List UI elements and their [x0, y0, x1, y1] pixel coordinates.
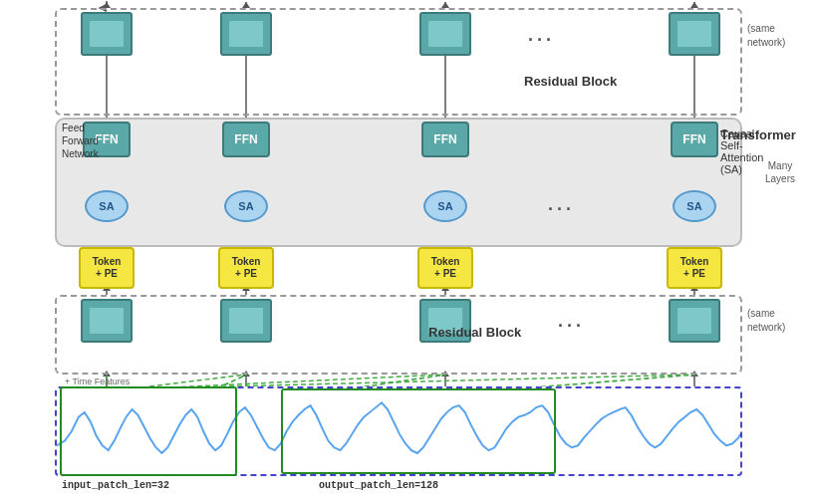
bottom-block-2 — [220, 299, 272, 343]
ffn-3: FFN — [421, 122, 469, 157]
ffn-4: FFN — [671, 122, 718, 157]
token-1: Token+ PE — [79, 247, 135, 289]
same-network-bottom: (samenetwork) — [747, 307, 785, 335]
bottom-block-4-inner — [677, 307, 712, 335]
time-features-label: + Time Features — [65, 377, 130, 386]
bottom-block-1 — [81, 299, 133, 343]
sa-2: SA — [224, 190, 268, 222]
top-block-2-inner — [228, 20, 264, 48]
output-patch-len-label: output_patch_len=128 — [319, 480, 438, 491]
bottom-block-1-inner — [89, 307, 125, 335]
sa-4: SA — [673, 190, 716, 222]
top-block-4 — [669, 12, 720, 56]
sa-1: SA — [85, 190, 129, 222]
ffn-2: FFN — [222, 122, 270, 157]
bottom-residual-box — [55, 295, 742, 375]
feed-forward-label: FeedForwardNetwork — [62, 122, 122, 160]
chart-area — [55, 386, 742, 476]
svg-line-63 — [149, 375, 246, 386]
dots-transformer: ... — [548, 194, 575, 215]
top-residual-box — [55, 8, 742, 116]
bottom-block-2-inner — [228, 307, 264, 335]
top-block-3-inner — [427, 20, 463, 48]
same-network-top: (same network) — [747, 22, 813, 50]
top-block-3 — [419, 12, 471, 56]
token-4: Token+ PE — [667, 247, 722, 289]
token-3: Token+ PE — [417, 247, 473, 289]
bottom-block-4 — [669, 299, 720, 343]
top-block-4-inner — [677, 20, 712, 48]
transformer-box: Transformer Causal Self-Attention (SA) M… — [55, 118, 742, 247]
token-2: Token+ PE — [218, 247, 274, 289]
residual-block-bottom-label: Residual Block — [428, 325, 521, 340]
diagram-container: Residual Block (same network) ... Transf… — [0, 0, 813, 504]
residual-block-top-label: Residual Block — [524, 74, 617, 89]
many-layers-label: ManyLayers — [765, 159, 795, 185]
sa-3: SA — [423, 190, 467, 222]
top-block-2 — [220, 12, 272, 56]
top-block-1-inner — [89, 20, 125, 48]
input-patch-len-label: input_patch_len=32 — [62, 480, 169, 491]
dots-top: ... — [528, 25, 555, 46]
chart-svg — [57, 388, 740, 474]
dots-bottom: ... — [558, 311, 585, 332]
top-block-1 — [81, 12, 133, 56]
